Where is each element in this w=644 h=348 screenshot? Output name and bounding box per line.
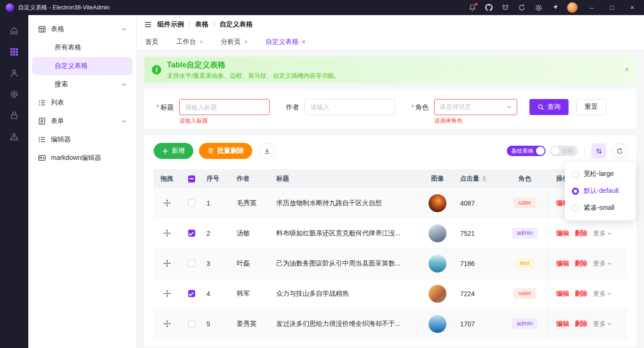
author-field-label: 作者 <box>286 99 299 115</box>
option-label: 宽松-large <box>584 170 614 178</box>
breadcrumb-item[interactable]: 组件示例 <box>157 20 184 29</box>
tab-close-icon[interactable]: × <box>302 39 305 45</box>
chevron-down-icon <box>121 118 127 124</box>
tab-custom-table[interactable]: 自定义表格 × <box>265 38 305 46</box>
delete-button[interactable]: 删除 <box>575 290 587 298</box>
row-author: 叶磊 <box>233 259 272 268</box>
switch-knob <box>551 147 560 155</box>
github-icon[interactable] <box>485 3 493 12</box>
drag-handle-icon[interactable] <box>164 199 171 207</box>
row-image[interactable] <box>429 255 446 273</box>
user-avatar[interactable] <box>567 2 578 13</box>
row-checkbox[interactable] <box>188 320 195 327</box>
role-select[interactable]: 请选择状态 <box>434 99 517 115</box>
drag-handle-icon[interactable] <box>164 320 171 327</box>
tab-home[interactable]: 首页 <box>145 38 158 46</box>
more-button[interactable]: 更多 <box>593 290 612 298</box>
density-option-large[interactable]: 宽松-large <box>565 166 636 182</box>
sidebar-item-all-tables[interactable]: 所有表格 <box>32 39 132 57</box>
table-row: 4 韩军 众力与技山多自学战精热 7224 saler 编辑 删除 更多 <box>154 279 627 309</box>
author-input[interactable] <box>305 99 395 115</box>
sidebar-item-markdown-editor[interactable]: markdown编辑器 <box>32 149 132 167</box>
refresh-icon <box>616 148 623 155</box>
sidebar-item-search[interactable]: 搜索 <box>32 75 132 93</box>
home-icon[interactable] <box>6 24 22 38</box>
pin-icon[interactable] <box>551 3 559 12</box>
row-checkbox[interactable] <box>188 260 195 267</box>
radio-icon <box>572 188 579 195</box>
breadcrumb-separator: / <box>189 21 190 28</box>
delete-button[interactable]: 删除 <box>575 259 587 268</box>
row-checkbox[interactable] <box>188 199 195 207</box>
row-title: 众力与技山多自学战精热 <box>272 290 419 298</box>
add-button[interactable]: 新增 <box>154 143 193 159</box>
drag-handle-icon[interactable] <box>164 230 171 237</box>
warning-icon[interactable] <box>6 130 22 144</box>
user-icon[interactable] <box>6 66 22 80</box>
col-drag: 拖拽 <box>154 174 180 183</box>
minimize-button[interactable]: – <box>586 4 598 11</box>
col-clicks-sort[interactable]: 点击量 <box>456 174 501 183</box>
row-checkbox[interactable] <box>188 230 195 237</box>
sidebar-label: markdown编辑器 <box>51 154 101 162</box>
table-refresh-button[interactable] <box>612 143 627 158</box>
export-download-button[interactable] <box>259 143 275 159</box>
menu-fold-icon[interactable] <box>144 21 152 28</box>
select-all-checkbox[interactable] <box>188 175 195 182</box>
breadcrumb: 组件示例 / 表格 / 自定义表格 <box>157 20 253 29</box>
maximize-button[interactable]: □ <box>606 4 618 11</box>
more-button[interactable]: 更多 <box>593 259 612 268</box>
edit-button[interactable]: 编辑 <box>556 320 569 328</box>
row-image[interactable] <box>429 315 446 333</box>
refresh-icon[interactable] <box>518 3 526 12</box>
row-checkbox[interactable] <box>188 290 195 297</box>
alert-close-icon[interactable]: × <box>625 66 629 74</box>
row-image[interactable] <box>429 224 446 242</box>
apps-grid-icon[interactable] <box>6 45 22 59</box>
reset-button[interactable]: 重置 <box>576 99 606 115</box>
density-option-small[interactable]: 紧凑-small <box>565 199 636 216</box>
chevron-up-icon <box>121 26 127 32</box>
title-input[interactable] <box>179 99 270 115</box>
search-button[interactable]: 查询 <box>529 99 569 115</box>
delete-button[interactable]: 删除 <box>575 320 587 328</box>
tab-close-icon[interactable]: × <box>244 39 248 45</box>
drag-handle-icon[interactable] <box>164 260 171 267</box>
density-option-default[interactable]: 默认-default <box>565 182 636 199</box>
batch-delete-button[interactable]: 批量删除 <box>199 143 252 159</box>
sidebar-item-table-group[interactable]: 表格 <box>32 20 132 38</box>
lock-icon[interactable] <box>6 108 22 123</box>
more-button[interactable]: 更多 <box>593 320 612 328</box>
breadcrumb-bar: 组件示例 / 表格 / 自定义表格 <box>137 15 644 34</box>
sidebar-label: 表格 <box>51 25 64 33</box>
settings-gear-icon[interactable] <box>534 3 543 12</box>
tab-analysis[interactable]: 分析页 × <box>221 38 248 46</box>
delete-button[interactable]: 删除 <box>575 229 587 238</box>
stripe-table-switch[interactable]: 条纹表格 <box>507 146 545 156</box>
drag-handle-icon[interactable] <box>164 290 171 297</box>
sidebar-label: 表单 <box>51 117 64 125</box>
sidebar-item-form[interactable]: 表单 <box>32 112 132 130</box>
edit-button[interactable]: 编辑 <box>556 290 569 298</box>
edit-button[interactable]: 编辑 <box>556 229 569 238</box>
tab-label: 工作台 <box>176 38 196 46</box>
row-clicks: 7224 <box>456 290 501 298</box>
breadcrumb-item[interactable]: 表格 <box>195 20 208 29</box>
sidebar-item-editor[interactable]: 编辑器 <box>32 131 132 149</box>
border-switch[interactable]: 边框 <box>550 146 578 156</box>
trash-icon <box>207 148 214 154</box>
tab-close-icon[interactable]: × <box>199 39 203 45</box>
row-image[interactable] <box>429 285 446 303</box>
gear-icon[interactable] <box>6 87 22 101</box>
cat-icon[interactable] <box>501 3 510 12</box>
close-button[interactable]: × <box>626 4 638 11</box>
notification-bell-icon[interactable] <box>468 3 477 12</box>
row-image[interactable] <box>429 194 446 212</box>
tab-workbench[interactable]: 工作台 × <box>176 38 203 46</box>
sidebar-item-custom-table[interactable]: 自定义表格 <box>32 57 132 75</box>
chevron-down-icon <box>607 291 612 296</box>
density-button[interactable] <box>591 143 606 158</box>
sidebar-item-list[interactable]: 列表 <box>32 94 132 112</box>
edit-button[interactable]: 编辑 <box>556 259 569 268</box>
more-button[interactable]: 更多 <box>593 229 612 238</box>
